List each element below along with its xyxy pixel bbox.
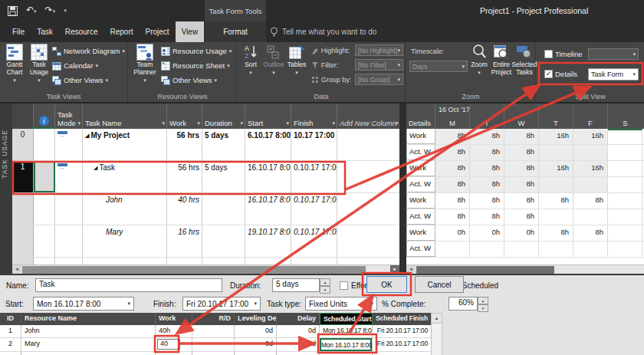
- hours-cell[interactable]: [539, 145, 573, 160]
- gantt-chart-button[interactable]: Gantt Chart▾: [3, 44, 26, 84]
- hours-cell[interactable]: 16h: [573, 161, 608, 176]
- column-header-info[interactable]: i: [34, 104, 55, 129]
- column-header-duration[interactable]: Duration▾: [202, 104, 245, 129]
- tell-me-box[interactable]: Tell me what you want to do: [270, 21, 376, 42]
- details-label-cell[interactable]: Work: [406, 193, 435, 209]
- grid-header-scheduled-finish[interactable]: Scheduled Finish: [373, 313, 431, 325]
- hours-cell[interactable]: 8h: [435, 193, 470, 209]
- cancel-button[interactable]: Cancel: [415, 276, 464, 293]
- task-mode-cell[interactable]: [55, 225, 83, 257]
- other-views-button[interactable]: Other Views▾: [52, 74, 108, 86]
- hours-cell[interactable]: 8h: [470, 193, 504, 209]
- hours-cell[interactable]: 8h: [435, 209, 470, 225]
- select-all-corner[interactable]: [12, 104, 34, 129]
- duration-cell[interactable]: 5 days: [202, 161, 245, 192]
- hours-cell[interactable]: 8h: [470, 209, 504, 225]
- column-header-add-new[interactable]: Add New Column▾: [337, 104, 399, 129]
- start-combo[interactable]: Mon 16.10.17 8:00▾: [33, 297, 134, 311]
- duration-cell[interactable]: 5 days: [202, 129, 245, 160]
- hours-cell[interactable]: [608, 177, 642, 192]
- details-label-cell[interactable]: Work: [406, 161, 435, 176]
- column-header-task-mode[interactable]: Task Mode▾: [55, 104, 83, 129]
- network-diagram-button[interactable]: Network Diagram▾: [52, 45, 125, 57]
- tables-button[interactable]: Tables▾: [285, 44, 308, 76]
- expand-icon[interactable]: ◢: [94, 165, 97, 170]
- task-usage-button[interactable]: Task Usage▾: [28, 44, 51, 84]
- save-icon[interactable]: [8, 6, 18, 16]
- scroll-up-icon[interactable]: ▴: [432, 314, 442, 324]
- tab-format[interactable]: Format: [205, 21, 266, 42]
- details-checkbox[interactable]: ✓: [544, 70, 553, 78]
- work-cell[interactable]: 40 hrs: [167, 193, 202, 225]
- tab-view[interactable]: View: [176, 21, 205, 42]
- scheduled-finish-cell[interactable]: Fri 20.10.17 17:00: [373, 325, 431, 337]
- task-mode-cell[interactable]: [55, 193, 83, 225]
- tab-file[interactable]: File: [6, 21, 31, 42]
- hours-cell[interactable]: 8h: [573, 225, 608, 241]
- resource-name-cell[interactable]: John: [21, 325, 156, 337]
- undo-icon[interactable]: ↶▾: [26, 5, 37, 17]
- day-header[interactable]: W: [504, 104, 539, 129]
- finish-combo[interactable]: Fri 20.10.17 17:00▾: [182, 297, 261, 311]
- finish-cell[interactable]: 10.17 17:00: [291, 129, 337, 160]
- start-cell[interactable]: 6.10.17 8:00: [245, 129, 291, 160]
- hours-cell[interactable]: [608, 242, 642, 257]
- resource-name-cell[interactable]: Mary: [21, 338, 156, 351]
- scheduled-start-cell-editing[interactable]: Mon 16.10.17 8:00▾: [320, 338, 373, 351]
- resource-sheet-button[interactable]: Resource Sheet▾: [161, 60, 230, 71]
- hours-cell[interactable]: [573, 209, 608, 225]
- zoom-button[interactable]: Zoom▾: [469, 44, 489, 76]
- hours-cell[interactable]: [539, 177, 573, 192]
- duration-spinner[interactable]: ▴ ▾: [320, 278, 330, 292]
- name-input[interactable]: Task: [35, 278, 222, 292]
- task-mode-cell[interactable]: →: [55, 129, 83, 160]
- row-number[interactable]: 0: [12, 129, 34, 160]
- hours-cell[interactable]: 8h: [504, 145, 539, 160]
- scheduled-finish-cell[interactable]: Fri 20.10.17 17:00: [373, 338, 431, 351]
- indicator-cell-active[interactable]: [34, 161, 55, 192]
- grid-header-scheduled-start[interactable]: Scheduled Start: [320, 313, 373, 325]
- hours-cell[interactable]: 8h: [435, 145, 470, 160]
- hours-cell[interactable]: 16h: [539, 129, 573, 144]
- details-column-header[interactable]: Details: [406, 104, 435, 129]
- hours-cell[interactable]: 8h: [435, 161, 470, 176]
- hours-cell[interactable]: [573, 177, 608, 192]
- details-label-cell[interactable]: Work: [406, 129, 435, 144]
- hours-cell[interactable]: [573, 145, 608, 160]
- hours-cell[interactable]: 8h: [504, 129, 539, 144]
- hours-cell[interactable]: [608, 161, 642, 176]
- hours-cell[interactable]: 8h: [470, 161, 504, 176]
- hours-cell[interactable]: 8h: [539, 225, 573, 241]
- other-views-resource-button[interactable]: Other Views▾: [161, 74, 217, 86]
- scheduled-start-cell[interactable]: Mon 16.10.17 8:00: [320, 325, 373, 337]
- indicator-cell[interactable]: [34, 129, 55, 160]
- hours-cell[interactable]: 0h: [435, 225, 470, 241]
- hours-cell[interactable]: [504, 242, 539, 257]
- hours-cell[interactable]: [539, 242, 573, 257]
- finish-cell[interactable]: 0.10.17 17:00: [291, 193, 337, 225]
- hours-cell[interactable]: 8h: [435, 177, 470, 192]
- entire-project-button[interactable]: Entire Project: [491, 44, 512, 77]
- hours-cell[interactable]: 8h: [573, 193, 608, 209]
- start-cell[interactable]: 16.10.17 8:00: [245, 161, 291, 192]
- spin-down-icon[interactable]: ▾: [478, 304, 488, 312]
- hours-cell[interactable]: 8h: [504, 161, 539, 176]
- column-header-task-name[interactable]: Task Name▾: [83, 104, 167, 129]
- row-number-selected[interactable]: 1: [12, 161, 34, 192]
- grid-header-resource-name[interactable]: Resource Name: [21, 313, 156, 325]
- work-cell-editing[interactable]: 40: [156, 338, 192, 351]
- team-planner-button[interactable]: Team Planner▾: [132, 44, 158, 84]
- grid-header-leveling-delay[interactable]: Leveling Delay: [235, 313, 277, 325]
- grid-header-id[interactable]: ID: [0, 313, 21, 325]
- details-label-cell[interactable]: Act. W: [406, 177, 435, 192]
- hours-cell[interactable]: [435, 242, 470, 257]
- hours-cell[interactable]: [573, 242, 608, 257]
- timeline-checkbox[interactable]: [544, 50, 553, 58]
- scroll-right-icon[interactable]: ►: [390, 265, 399, 274]
- task-type-combo[interactable]: Fixed Units▾: [305, 297, 377, 311]
- hours-cell[interactable]: 0h: [470, 225, 504, 241]
- hours-cell[interactable]: 8h: [504, 177, 539, 192]
- hours-cell[interactable]: 8h: [504, 193, 539, 209]
- add-new-cell[interactable]: [337, 129, 399, 160]
- scrollbar-thumb[interactable]: [416, 266, 554, 274]
